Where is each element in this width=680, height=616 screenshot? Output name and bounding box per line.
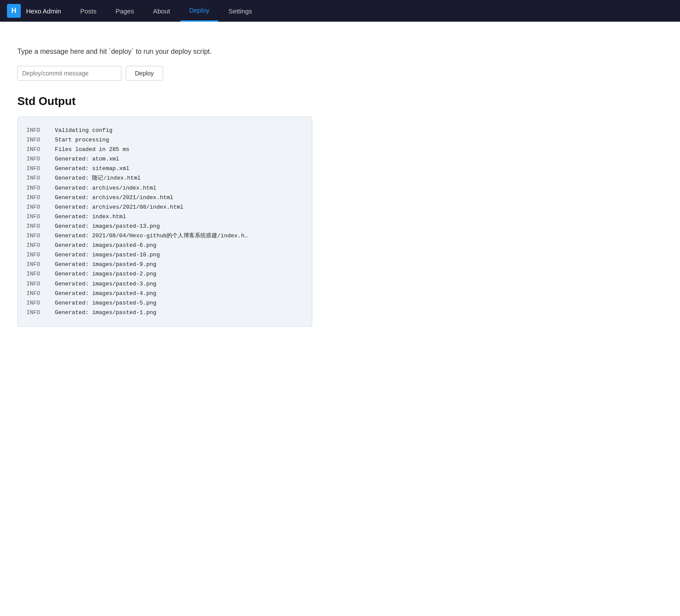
output-line: INFO Generated: sitemap.xml xyxy=(26,164,303,174)
output-line: INFO Generated: 随记/index.html xyxy=(26,174,303,183)
output-line: INFO Start processing xyxy=(26,135,303,145)
nav-item-pages[interactable]: Pages xyxy=(107,0,143,22)
nav-item-deploy[interactable]: Deploy xyxy=(180,0,218,22)
nav-brand: Hexo Admin xyxy=(26,7,61,15)
output-line: INFO Generated: images/pasted-9.png xyxy=(26,260,303,269)
main-content: Type a message here and hit `deploy` to … xyxy=(0,22,520,344)
output-line: INFO Generated: archives/2021/index.html xyxy=(26,193,303,203)
commit-message-input[interactable] xyxy=(17,66,121,81)
output-line: INFO Generated: archives/index.html xyxy=(26,183,303,193)
output-line: INFO Generated: archives/2021/08/index.h… xyxy=(26,203,303,212)
nav-item-settings[interactable]: Settings xyxy=(220,0,261,22)
output-line: INFO Generated: images/pasted-13.png xyxy=(26,222,303,231)
deploy-form: Deploy xyxy=(17,66,503,81)
std-output-title: Std Output xyxy=(17,95,503,108)
output-line: INFO Generated: images/pasted-5.png xyxy=(26,298,303,308)
std-output-box: INFO Validating configINFO Start process… xyxy=(17,117,312,327)
output-line: INFO Files loaded in 285 ms xyxy=(26,145,303,154)
output-line: INFO Generated: images/pasted-1.png xyxy=(26,308,303,318)
nav-item-about[interactable]: About xyxy=(144,0,179,22)
nav-logo: H xyxy=(7,4,21,18)
output-line: INFO Generated: images/pasted-4.png xyxy=(26,289,303,298)
nav-item-posts[interactable]: Posts xyxy=(72,0,105,22)
output-line: INFO Generated: atom.xml xyxy=(26,154,303,164)
output-line: INFO Generated: images/pasted-2.png xyxy=(26,269,303,279)
output-line: INFO Validating config xyxy=(26,126,303,135)
output-line: INFO Generated: images/pasted-10.png xyxy=(26,250,303,260)
page-description: Type a message here and hit `deploy` to … xyxy=(17,48,503,56)
navbar: H Hexo Admin Posts Pages About Deploy Se… xyxy=(0,0,680,22)
output-line: INFO Generated: 2021/08/04/Hexo-github的个… xyxy=(26,231,303,241)
output-line: INFO Generated: images/pasted-3.png xyxy=(26,279,303,289)
deploy-button[interactable]: Deploy xyxy=(126,66,163,81)
output-line: INFO Generated: index.html xyxy=(26,212,303,222)
output-line: INFO Generated: images/pasted-6.png xyxy=(26,241,303,250)
